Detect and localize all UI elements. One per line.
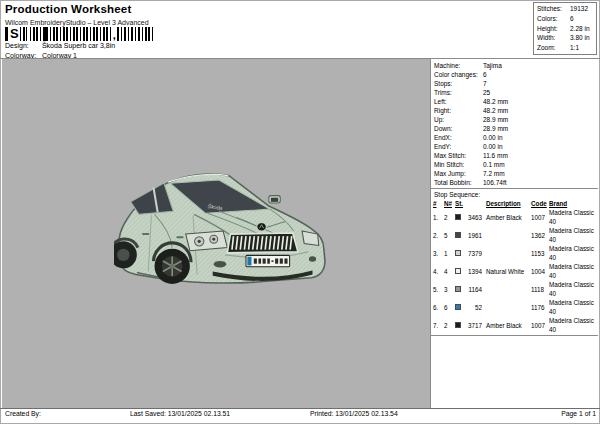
design-value: Škoda Superb car 3,8in	[42, 42, 115, 49]
license-plate	[246, 255, 290, 266]
machine-setting-value: 0.00 in	[483, 142, 598, 151]
stop-num: 3.	[433, 249, 444, 258]
machine-setting-value: 7	[483, 79, 598, 88]
barcode-bars	[20, 27, 112, 41]
design-label: Design:	[5, 42, 40, 49]
machine-setting-label: Machine:	[434, 61, 483, 70]
machine-setting-row: Left: 48.2 mm	[431, 97, 598, 106]
machine-setting-label: EndX:	[434, 133, 483, 142]
machine-setting-value: 106.74ft	[483, 178, 598, 187]
stop-sequence-row: 5. 3 1164 1118 Madeira Classic 40	[431, 280, 598, 298]
design-row: Design: Škoda Superb car 3,8in	[5, 42, 115, 49]
stop-sequence-row: 4. 4 1394 Natural White 1004 Madeira Cla…	[431, 262, 598, 280]
stop-num: 7.	[433, 321, 444, 330]
col-brand: Brand	[549, 199, 599, 208]
stop-stitch-count: 1394	[463, 267, 484, 276]
thread-color-swatch	[455, 322, 461, 328]
thread-color-swatch	[455, 214, 461, 220]
machine-settings-table: Machine: Tajima Color changes: 6 Stops: …	[431, 59, 598, 189]
thread-color-swatch	[455, 232, 461, 238]
thread-code: 1153	[531, 249, 549, 258]
machine-setting-row: Stops: 7	[431, 79, 598, 88]
stop-num: 2.	[433, 231, 444, 240]
machine-setting-value: 11.6 mm	[483, 151, 598, 160]
col-st: St.	[455, 199, 484, 208]
design-preview-area: Škoda	[2, 59, 430, 408]
stats-row: Stitches: 19132	[537, 4, 596, 14]
thread-code: 1007	[531, 213, 549, 222]
barcode-bars	[117, 27, 153, 41]
production-worksheet-page: Production Worksheet Wilcom EmbroiderySt…	[0, 0, 600, 424]
stop-num: 4.	[433, 267, 444, 276]
machine-setting-value: 48.2 mm	[483, 106, 598, 115]
stop-sequence-title: Stop Sequence:	[431, 189, 598, 199]
stat-value: 1:1	[570, 43, 596, 53]
stop-description: Amber Black	[484, 321, 531, 330]
col-needle: N#	[444, 199, 455, 208]
col-num: #	[433, 199, 444, 208]
car-illustration: Škoda	[114, 167, 326, 297]
machine-setting-row: Total Bobbin: 106.74ft	[431, 178, 598, 187]
machine-setting-label: Min Stitch:	[434, 160, 483, 169]
machine-setting-label: Max Jump:	[434, 169, 483, 178]
thread-brand: Madeira Classic 40	[549, 244, 599, 262]
stat-value: 19132	[570, 4, 596, 14]
machine-setting-value: 28.9 mm	[483, 115, 598, 124]
thread-code: 1362	[531, 231, 549, 240]
stop-description: Natural White	[484, 267, 531, 276]
barcode-bar	[5, 27, 8, 41]
stop-num: 6.	[433, 303, 444, 312]
page-number: Page 1 of 1	[561, 410, 596, 417]
design-barcode: S ,	[5, 27, 177, 41]
stat-label: Colors:	[537, 14, 570, 24]
stat-label: Stitches:	[537, 4, 570, 14]
stats-row: Zoom: 1:1	[537, 43, 596, 53]
stop-num: 5.	[433, 285, 444, 294]
thread-color-swatch	[455, 304, 461, 310]
machine-setting-row: Right: 48.2 mm	[431, 106, 598, 115]
stop-needle: 3	[444, 285, 455, 294]
stop-needle: 4	[444, 267, 455, 276]
machine-setting-value: Tajima	[483, 61, 598, 70]
stop-sequence-row: 2. 5 1961 1362 Madeira Classic 40	[431, 226, 598, 244]
thread-brand: Madeira Classic 40	[549, 208, 599, 226]
stop-stitch-count: 7379	[463, 249, 484, 258]
machine-setting-label: Total Bobbin:	[434, 178, 483, 187]
stat-value: 3.80 in	[570, 33, 596, 43]
machine-setting-row: EndY: 0.00 in	[431, 142, 598, 151]
design-stats-box: Stitches: 19132 Colors: 6 Height: 2.28 i…	[533, 2, 597, 55]
machine-setting-label: Max Stitch:	[434, 151, 483, 160]
stop-stitch-count: 1164	[463, 285, 484, 294]
stop-sequence-row: 7. 2 3717 Amber Black 1007 Madeira Class…	[431, 316, 598, 334]
stop-sequence-row: 1. 2 3463 Amber Black 1007 Madeira Class…	[431, 208, 598, 226]
stat-label: Width:	[537, 33, 570, 43]
machine-setting-row: Machine: Tajima	[431, 61, 598, 70]
thread-brand: Madeira Classic 40	[549, 298, 599, 316]
machine-setting-value: 25	[483, 88, 598, 97]
last-saved-text: Last Saved: 13/01/2025 02.13.51	[130, 410, 230, 417]
col-description: Description	[484, 199, 531, 208]
machine-setting-value: 7.2 mm	[483, 169, 598, 178]
machine-setting-label: EndY:	[434, 142, 483, 151]
machine-setting-label: Left:	[434, 97, 483, 106]
machine-setting-row: Down: 28.9 mm	[431, 124, 598, 133]
machine-setting-row: Up: 28.9 mm	[431, 115, 598, 124]
machine-setting-value: 0.00 in	[483, 133, 598, 142]
printed-text: Printed: 13/01/2025 02.13.54	[310, 410, 398, 417]
footer: Created By: Last Saved: 13/01/2025 02.13…	[0, 410, 600, 424]
machine-setting-row: Trims: 25	[431, 88, 598, 97]
thread-brand: Madeira Classic 40	[549, 262, 599, 280]
machine-setting-label: Down:	[434, 124, 483, 133]
stop-sequence-table: # N# St. Description Code Brand 1. 2 346…	[431, 199, 598, 336]
barcode-prefix: S	[9, 27, 20, 41]
created-by-label: Created By:	[5, 410, 41, 417]
machine-setting-label: Up:	[434, 115, 483, 124]
machine-setting-label: Stops:	[434, 79, 483, 88]
stop-stitch-count: 52	[463, 303, 484, 312]
stop-sequence-header-row: # N# St. Description Code Brand	[431, 199, 598, 208]
stats-row: Height: 2.28 in	[537, 24, 596, 34]
footer-divider	[0, 408, 600, 409]
stop-sequence-row: 6. 6 52 1176 Madeira Classic 40	[431, 298, 598, 316]
stop-stitch-count: 3463	[463, 213, 484, 222]
stats-row: Colors: 6	[537, 14, 596, 24]
